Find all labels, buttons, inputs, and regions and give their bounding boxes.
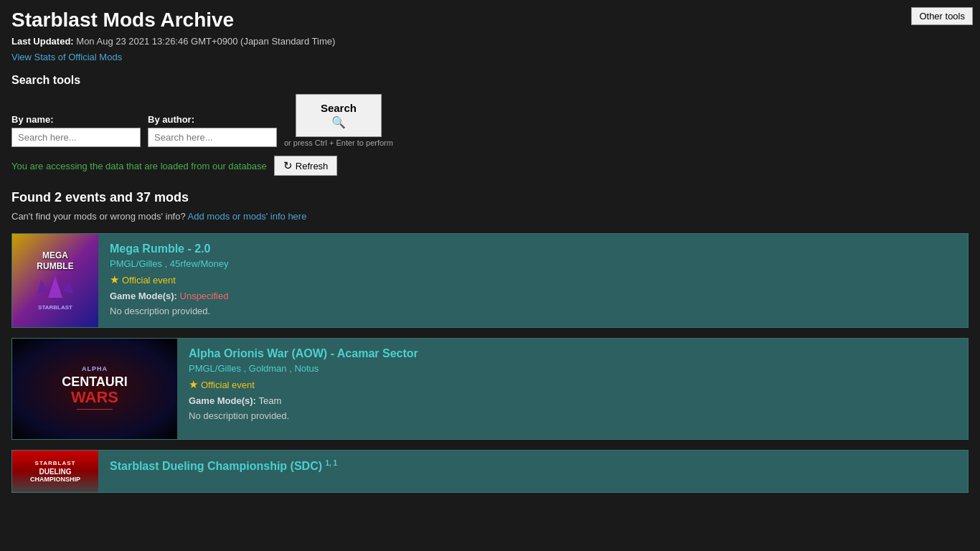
gamemode-label: Game Mode(s): (110, 291, 180, 301)
search-button-group: Search 🔍 or press Ctrl + Enter to perfor… (284, 94, 393, 147)
star-icon-2: ★ (189, 378, 198, 391)
search-author-group: By author: (148, 114, 277, 147)
mod-content-mega-rumble: Mega Rumble - 2.0 PMGL/Gilles , 45rfew/M… (98, 234, 968, 327)
mod-image-sdc: STARBLAST DUELING CHAMPIONSHIP (12, 451, 98, 492)
other-tools-button[interactable]: Other tools (911, 7, 973, 25)
star-icon: ★ (110, 273, 119, 286)
db-notice: You are accessing the data that are load… (11, 161, 267, 171)
search-name-input[interactable] (11, 128, 141, 147)
last-updated: Last Updated: Mon Aug 23 2021 13:26:46 G… (11, 36, 969, 47)
by-author-label: By author: (148, 114, 277, 125)
mod-official-mega-rumble: ★ Official event (110, 273, 956, 286)
mod-title-sdc[interactable]: Starblast Dueling Championship (SDC) 1, … (110, 459, 956, 473)
search-tools-title: Search tools (11, 74, 969, 87)
mod-description-mega-rumble: No description provided. (110, 306, 956, 316)
results-count: Found 2 events and 37 mods (11, 190, 969, 205)
mod-card-mega-rumble: MEGARUMBLE STARBLAST Mega Rumble - 2.0 P… (11, 233, 969, 328)
search-author-input[interactable] (148, 128, 277, 147)
search-name-group: By name: (11, 114, 141, 147)
gamemode-value-alpha-orionis: Team (259, 395, 282, 406)
mod-title-mega-rumble[interactable]: Mega Rumble - 2.0 (110, 242, 956, 255)
mod-official-alpha-orionis: ★ Official event (189, 378, 956, 391)
by-name-label: By name: (11, 114, 141, 125)
svg-marker-2 (62, 280, 73, 294)
mod-card-alpha-orionis: ALPHA CENTAURI WARS Alpha Orionis War (A… (11, 338, 969, 440)
refresh-label: Refresh (296, 161, 329, 171)
last-updated-label: Last Updated: (11, 36, 74, 47)
refresh-row: You are accessing the data that are load… (11, 156, 969, 176)
mod-authors-alpha-orionis: PMGL/Gilles , Goldman , Notus (189, 363, 956, 374)
sdc-sup: 1, 1 (325, 459, 337, 467)
mod-image-mega-rumble: MEGARUMBLE STARBLAST (12, 234, 98, 327)
mod-content-sdc: Starblast Dueling Championship (SDC) 1, … (98, 451, 968, 492)
last-updated-value: Mon Aug 23 2021 13:26:46 GMT+0900 (Japan… (76, 36, 335, 47)
cant-find-text: Can't find your mods or wrong mods' info… (11, 211, 186, 222)
official-label: Official event (122, 275, 176, 286)
add-mods-link[interactable]: Add mods or mods' info here (188, 211, 307, 222)
mod-card-sdc: STARBLAST DUELING CHAMPIONSHIP Starblast… (11, 450, 969, 493)
mod-gamemode-alpha-orionis: Game Mode(s): Team (189, 395, 956, 406)
mod-description-alpha-orionis: No description provided. (189, 410, 956, 421)
search-hint: or press Ctrl + Enter to perform (284, 138, 393, 147)
app-title: Starblast Mods Archive (11, 9, 969, 32)
mod-authors-mega-rumble: PMGL/Gilles , 45rfew/Money (110, 258, 956, 269)
svg-marker-1 (37, 280, 48, 294)
search-row: By name: By author: Search 🔍 or press Ct… (11, 94, 969, 147)
mod-image-alpha-orionis: ALPHA CENTAURI WARS (12, 339, 177, 439)
search-button[interactable]: Search 🔍 (296, 94, 382, 137)
mod-title-alpha-orionis[interactable]: Alpha Orionis War (AOW) - Acamar Sector (189, 347, 956, 360)
add-mods-row: Can't find your mods or wrong mods' info… (11, 211, 969, 222)
view-stats-link[interactable]: View Stats of Official Mods (11, 52, 122, 62)
mod-gamemode-mega-rumble: Game Mode(s): Unspecified (110, 291, 956, 301)
results-section: Found 2 events and 37 mods Can't find yo… (0, 183, 980, 510)
mod-content-alpha-orionis: Alpha Orionis War (AOW) - Acamar Sector … (177, 339, 968, 439)
search-section: Search tools By name: By author: Search … (0, 67, 980, 183)
refresh-button[interactable]: ↻ Refresh (274, 156, 338, 176)
gamemode-label-2: Game Mode(s): (189, 395, 259, 406)
refresh-icon: ↻ (283, 159, 293, 172)
svg-marker-0 (48, 276, 62, 298)
gamemode-value-mega-rumble: Unspecified (180, 291, 229, 301)
search-icon: 🔍 (331, 116, 346, 129)
header: Starblast Mods Archive Last Updated: Mon… (0, 0, 980, 67)
official-label-2: Official event (201, 380, 255, 390)
search-button-label: Search (321, 102, 357, 114)
